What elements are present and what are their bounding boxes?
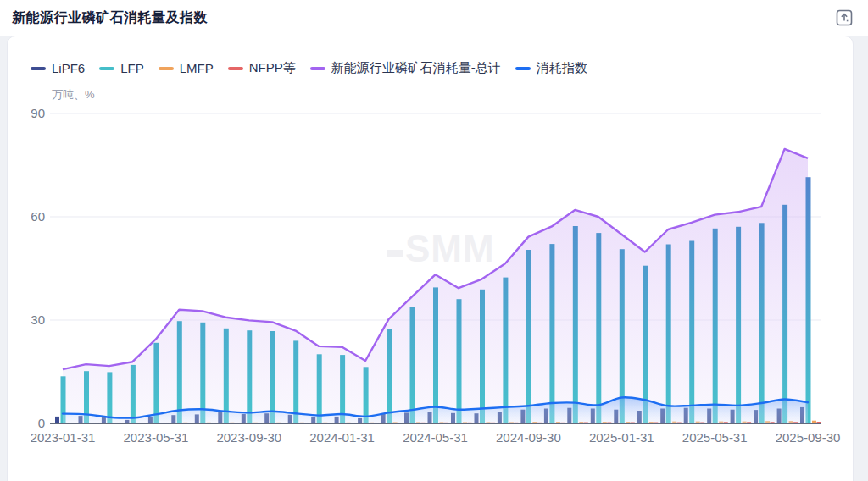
legend-label: NFPP等 xyxy=(249,60,296,76)
legend-item-6[interactable]: 消耗指数 xyxy=(515,60,587,76)
bar[interactable] xyxy=(549,244,554,423)
page-title: 新能源行业磷矿石消耗量及指数 xyxy=(12,9,208,27)
bar[interactable] xyxy=(782,205,787,423)
bar[interactable] xyxy=(596,233,601,423)
legend-label: LMFP xyxy=(180,61,214,75)
x-axis-tick-label: 2023-05-31 xyxy=(124,430,189,445)
y-axis-tick-label: 60 xyxy=(31,209,45,224)
x-axis-tick-label: 2025-05-31 xyxy=(682,430,748,445)
legend-item-1[interactable]: LiPF6 xyxy=(31,61,85,75)
bar[interactable] xyxy=(760,223,765,423)
bar[interactable] xyxy=(410,307,415,423)
bar[interactable] xyxy=(55,417,59,423)
y-axis-tick-label: 90 xyxy=(31,106,45,120)
bar[interactable] xyxy=(806,177,811,423)
legend-swatch xyxy=(515,67,531,70)
y-axis-unit-label: 万吨、% xyxy=(52,87,95,102)
bar[interactable] xyxy=(131,365,136,423)
legend-swatch xyxy=(159,67,174,70)
legend-label: 消耗指数 xyxy=(537,60,587,76)
legend-item-5[interactable]: 新能源行业磷矿石消耗量-总计 xyxy=(310,60,501,76)
legend-swatch xyxy=(310,67,326,70)
chart-panel: LiPF6LFPLMFPNFPP等新能源行业磷矿石消耗量-总计消耗指数 万吨、%… xyxy=(7,36,854,481)
bar[interactable] xyxy=(317,354,322,423)
x-axis-tick-label: 2023-01-31 xyxy=(31,430,96,445)
bar[interactable] xyxy=(573,226,578,423)
y-axis-tick-label: 0 xyxy=(38,416,45,430)
legend-swatch xyxy=(228,67,243,70)
bar[interactable] xyxy=(689,241,694,424)
x-axis-tick-label: 2025-01-31 xyxy=(589,430,654,445)
bar[interactable] xyxy=(817,422,821,423)
export-icon xyxy=(834,8,854,28)
export-button[interactable] xyxy=(834,8,854,28)
bar[interactable] xyxy=(364,367,369,423)
x-axis-tick-label: 2025-09-30 xyxy=(776,430,841,445)
x-axis-labels: 2023-01-312023-05-312023-09-302024-01-31… xyxy=(31,430,841,445)
legend-swatch xyxy=(99,67,114,70)
x-axis-tick-label: 2024-09-30 xyxy=(496,430,561,445)
legend-item-3[interactable]: LMFP xyxy=(159,61,214,75)
legend-label: 新能源行业磷矿石消耗量-总计 xyxy=(331,60,501,76)
bar[interactable] xyxy=(177,321,182,423)
bar[interactable] xyxy=(457,299,462,423)
bar[interactable] xyxy=(293,340,298,423)
y-axis-tick-label: 30 xyxy=(31,312,45,327)
bar[interactable] xyxy=(526,250,531,423)
bar[interactable] xyxy=(247,330,252,423)
bar[interactable] xyxy=(107,372,112,423)
bar[interactable] xyxy=(736,227,741,423)
bar[interactable] xyxy=(270,331,275,423)
legend-item-2[interactable]: LFP xyxy=(99,61,144,75)
bar[interactable] xyxy=(153,343,159,423)
bar[interactable] xyxy=(503,278,508,423)
bar[interactable] xyxy=(387,329,392,423)
x-axis-tick-label: 2024-05-31 xyxy=(403,430,468,445)
legend-label: LFP xyxy=(120,61,144,75)
title-bar: 新能源行业磷矿石消耗量及指数 xyxy=(0,0,868,36)
x-axis-tick-label: 2023-09-30 xyxy=(216,430,281,445)
legend-label: LiPF6 xyxy=(52,61,85,75)
bar[interactable] xyxy=(666,245,671,424)
chart-canvas[interactable]: 03060902023-01-312023-05-312023-09-30202… xyxy=(8,36,854,480)
legend-swatch xyxy=(31,67,46,70)
bar[interactable] xyxy=(433,287,438,423)
x-axis-tick-label: 2024-01-31 xyxy=(309,430,375,445)
chart-legend: LiPF6LFPLMFPNFPP等新能源行业磷矿石消耗量-总计消耗指数 xyxy=(31,60,587,76)
legend-item-4[interactable]: NFPP等 xyxy=(228,60,296,76)
bar[interactable] xyxy=(713,229,718,423)
bar[interactable] xyxy=(224,329,229,423)
bar[interactable] xyxy=(480,290,485,423)
bar[interactable] xyxy=(812,421,816,423)
